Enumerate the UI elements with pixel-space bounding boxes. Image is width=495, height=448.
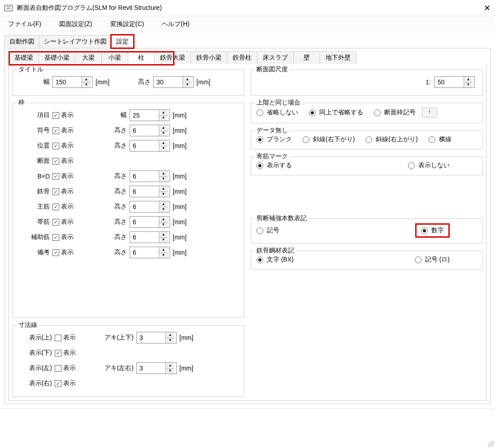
title-height-input[interactable] [154,77,182,87]
spin-down-icon[interactable]: ▼ [159,253,168,258]
radio-hline[interactable] [429,136,435,143]
subtab-4[interactable]: 柱 [128,51,155,64]
dimline-checkbox[interactable] [55,365,61,372]
frame-show-checkbox[interactable]: ✓ [52,249,59,256]
spin-down-icon[interactable]: ▼ [166,369,174,374]
spin-down-icon[interactable]: ▼ [159,192,168,197]
spin-up-icon[interactable]: ▲ [166,332,174,338]
subtab-6[interactable]: 鉄骨小梁 [191,51,227,64]
spin-up-icon[interactable]: ▲ [183,77,191,83]
subtab-8[interactable]: 床スラブ [257,51,294,64]
spin-up-icon[interactable]: ▲ [166,363,174,369]
spin-down-icon[interactable]: ▼ [159,146,168,152]
radio-steel-text[interactable] [256,257,263,263]
frame-show-checkbox[interactable]: ✓ [52,158,59,165]
dimline-checkbox[interactable]: ✓ [55,380,61,387]
title-width-spin[interactable]: ▲▼ [52,76,93,88]
frame-dim-input[interactable] [130,186,159,197]
frame-dim-input[interactable] [130,247,159,258]
subtab-3[interactable]: 小梁 [101,51,128,64]
spin-down-icon[interactable]: ▼ [159,177,168,182]
frame-dim-spin[interactable]: ▲▼ [130,140,170,152]
title-height-spin[interactable]: ▲▼ [153,76,194,88]
radio-shear-number[interactable] [421,227,428,234]
radio-steel-symbol[interactable] [415,257,421,263]
title-width-input[interactable] [53,77,82,87]
frame-dim-spin[interactable]: ▲▼ [130,186,170,197]
frame-dim-spin[interactable]: ▲▼ [130,201,170,213]
tab-sheet[interactable]: シートレイアウト作図 [39,35,112,48]
frame-dim-input[interactable] [130,232,159,243]
spin-down-icon[interactable]: ▼ [159,131,168,136]
close-icon[interactable]: ✕ [473,3,491,13]
frame-dim-input[interactable] [130,140,159,151]
frame-dim-input[interactable] [130,217,159,227]
dimline-checkbox[interactable]: ✓ [55,350,61,357]
frame-dim-spin[interactable]: ▲▼ [130,125,170,136]
radio-omit-none[interactable] [256,109,263,116]
frame-dim-spin[interactable]: ▲▼ [130,231,170,243]
frame-dim-input[interactable] [130,110,159,121]
frame-dim-spin[interactable]: ▲▼ [130,247,170,258]
frame-show-checkbox[interactable]: ✓ [52,219,59,226]
spin-up-icon[interactable]: ▲ [159,201,168,207]
spin-down-icon[interactable]: ▼ [159,207,168,213]
frame-dim-spin[interactable]: ▲▼ [130,216,170,228]
aki-input[interactable] [137,332,165,343]
frame-dim-input[interactable] [130,201,159,212]
dimline-checkbox[interactable] [55,335,61,341]
aki-input[interactable] [137,363,165,374]
spin-down-icon[interactable]: ▼ [183,83,191,88]
spin-down-icon[interactable]: ▼ [82,83,91,88]
frame-show-checkbox[interactable]: ✓ [52,127,59,134]
spin-up-icon[interactable]: ▲ [159,125,168,131]
frame-dim-input[interactable] [130,171,159,182]
subtab-0[interactable]: 基礎梁 [9,51,39,64]
spin-down-icon[interactable]: ▼ [166,338,174,344]
frame-dim-input[interactable] [130,125,159,136]
spin-down-icon[interactable]: ▼ [159,222,168,228]
spin-down-icon[interactable]: ▼ [159,238,168,243]
radio-yose-show[interactable] [256,162,263,169]
frame-dim-spin[interactable]: ▲▼ [130,109,170,121]
radio-slash-down[interactable] [303,136,309,143]
radio-blank[interactable] [256,136,263,143]
tab-auto[interactable]: 自動作図 [4,35,39,48]
frame-show-checkbox[interactable]: ✓ [52,188,59,195]
radio-frame-mark[interactable] [374,109,381,116]
frame-dim-spin[interactable]: ▲▼ [130,170,170,182]
subtab-5[interactable]: 鉄骨大梁 [154,51,191,64]
tab-settings[interactable]: 設定 [111,35,134,48]
spin-up-icon[interactable]: ▲ [159,247,168,253]
frame-show-checkbox[interactable]: ✓ [52,173,59,180]
frame-show-checkbox[interactable]: ✓ [52,234,59,241]
frame-show-checkbox[interactable]: ✓ [52,112,59,119]
spin-up-icon[interactable]: ▲ [159,217,168,222]
spin-up-icon[interactable]: ▲ [159,171,168,177]
menu-help[interactable]: ヘルプ(H) [158,18,193,30]
radio-slash-up[interactable] [365,136,372,143]
menu-convert[interactable]: 変換設定(C) [107,18,148,30]
subtab-9[interactable]: 壁 [293,51,320,64]
scale-input[interactable] [435,77,464,87]
spin-up-icon[interactable]: ▲ [82,77,91,83]
spin-down-icon[interactable]: ▼ [159,116,168,121]
aki-spin[interactable]: ▲▼ [136,362,177,374]
spin-up-icon[interactable]: ▲ [159,110,168,116]
radio-shear-symbol[interactable] [256,227,263,234]
spin-up-icon[interactable]: ▲ [159,140,168,146]
subtab-2[interactable]: 大梁 [75,51,102,64]
spin-up-icon[interactable]: ▲ [159,186,168,192]
resize-grip-icon[interactable] [488,441,494,447]
subtab-10[interactable]: 地下外壁 [320,51,356,64]
frame-show-checkbox[interactable]: ✓ [52,204,59,210]
menu-drawing[interactable]: 図面設定(Z) [56,18,96,30]
spin-up-icon[interactable]: ▲ [159,232,168,238]
radio-yose-hide[interactable] [408,162,415,169]
radio-omit-same[interactable] [309,109,316,116]
aki-spin[interactable]: ▲▼ [136,332,177,344]
scale-spin[interactable]: ▲▼ [434,76,475,88]
menu-file[interactable]: ファイル(F) [4,18,45,30]
frame-show-checkbox[interactable]: ✓ [52,143,59,149]
spin-up-icon[interactable]: ▲ [464,77,473,83]
